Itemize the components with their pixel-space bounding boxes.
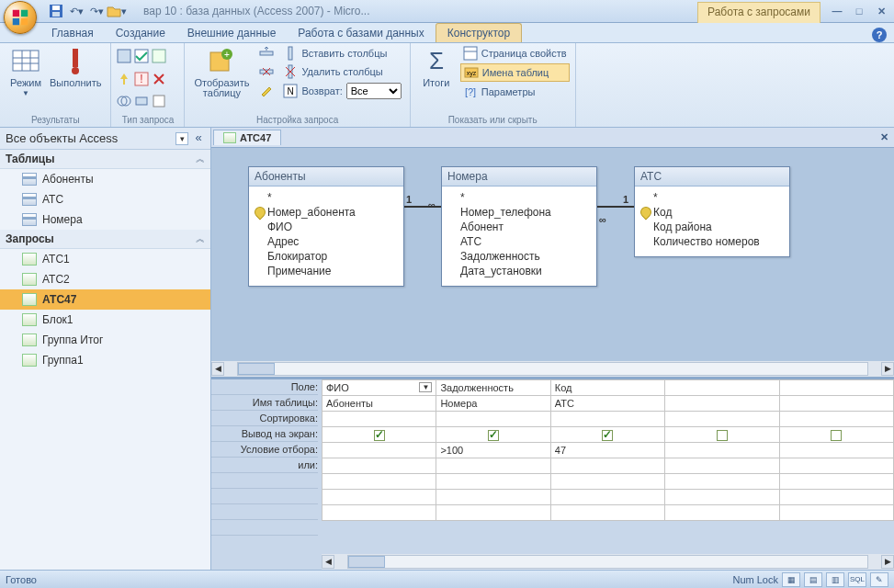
- return-selector[interactable]: NВозврат: Все: [280, 82, 403, 100]
- tab-dbtools[interactable]: Работа с базами данных: [287, 24, 435, 42]
- relationship-label-many: ∞: [428, 199, 436, 210]
- tab-create[interactable]: Создание: [105, 24, 176, 42]
- svg-rect-7: [13, 51, 39, 71]
- svg-text:+: +: [225, 50, 231, 60]
- query-designer-upper[interactable]: Абоненты * Номер_абонента ФИО Адрес Блок…: [211, 148, 894, 377]
- nav-item-query[interactable]: АТС1: [0, 249, 210, 269]
- property-sheet-button[interactable]: Страница свойств: [460, 45, 570, 62]
- grid-hscroll[interactable]: ◀ ▶: [322, 554, 894, 570]
- table-icon: [22, 193, 37, 206]
- query-icon: [22, 334, 37, 346]
- nav-item-query[interactable]: Группа1: [0, 350, 210, 370]
- maketable-icon[interactable]: [152, 49, 166, 63]
- totals-button[interactable]: Σ Итоги: [416, 45, 457, 90]
- nav-item-table[interactable]: АТС: [0, 189, 210, 209]
- insert-columns-button[interactable]: Вставить столбцы: [280, 45, 403, 62]
- show-checkbox[interactable]: [374, 430, 385, 441]
- nav-group-tables[interactable]: Таблицы︽: [0, 150, 210, 169]
- nav-item-query-selected[interactable]: АТС47: [0, 289, 210, 310]
- view-pivotchart-icon[interactable]: ▥: [826, 572, 844, 587]
- open-icon[interactable]: ▾: [108, 3, 125, 19]
- relationship-line[interactable]: [597, 206, 634, 208]
- grid-row-labels: Поле: Имя таблицы: Сортировка: Вывод на …: [211, 379, 322, 570]
- help-icon[interactable]: ?: [872, 28, 887, 42]
- crosstab-icon[interactable]: [134, 49, 149, 63]
- nav-collapse-icon[interactable]: «: [192, 132, 205, 145]
- close-document-icon[interactable]: ✕: [880, 131, 888, 143]
- datadef-icon[interactable]: [152, 94, 166, 108]
- document-tabs: АТС47 ✕: [211, 128, 894, 148]
- view-button[interactable]: Режим▼: [6, 45, 46, 100]
- scroll-right-icon[interactable]: ▶: [881, 362, 894, 376]
- table-names-button[interactable]: xyzИмена таблиц: [460, 63, 570, 82]
- tab-home[interactable]: Главная: [40, 24, 105, 42]
- view-design-icon[interactable]: ✎: [870, 572, 888, 587]
- svg-rect-6: [52, 12, 60, 17]
- designer-hscroll[interactable]: ◀ ▶: [211, 361, 894, 377]
- show-checkbox[interactable]: [831, 430, 842, 441]
- status-bar: Готово Num Lock ▦ ▤ ▥ SQL ✎: [0, 570, 894, 588]
- quick-access-toolbar: ↶▾ ↷▾ ▾: [48, 3, 125, 19]
- insert-rows-button[interactable]: [256, 45, 277, 62]
- close-button[interactable]: ✕: [874, 6, 888, 17]
- view-datasheet-icon[interactable]: ▦: [782, 572, 800, 587]
- nav-item-table[interactable]: Номера: [0, 209, 210, 230]
- office-button[interactable]: [4, 1, 37, 34]
- relationship-label-one: 1: [623, 194, 628, 205]
- nav-item-query[interactable]: Группа Итог: [0, 330, 210, 350]
- nav-item-query[interactable]: АТС2: [0, 269, 210, 289]
- select-query-icon[interactable]: [117, 49, 131, 63]
- delete-icon[interactable]: [152, 72, 166, 86]
- passthrough-icon[interactable]: [134, 94, 149, 108]
- scroll-left-icon[interactable]: ◀: [211, 362, 224, 376]
- scroll-left-icon[interactable]: ◀: [322, 555, 334, 569]
- grid-table[interactable]: ФИО ▼ Задолженность Код Абоненты Номера …: [322, 379, 894, 521]
- run-button[interactable]: Выполнить: [46, 45, 105, 90]
- nav-item-table[interactable]: Абоненты: [0, 169, 210, 189]
- relationship-line[interactable]: [404, 206, 441, 208]
- undo-icon[interactable]: ↶▾: [68, 3, 85, 19]
- builder-button[interactable]: [256, 82, 277, 98]
- table-icon: [22, 213, 37, 226]
- nav-item-query[interactable]: Блок1: [0, 310, 210, 330]
- save-icon[interactable]: [48, 3, 64, 19]
- table-box-nomera[interactable]: Номера * Номер_телефона Абонент АТС Задо…: [441, 166, 597, 287]
- view-sql-icon[interactable]: SQL: [848, 572, 866, 587]
- parameters-button[interactable]: [?]Параметры: [460, 84, 570, 100]
- svg-rect-1: [21, 10, 28, 17]
- table-box-ats[interactable]: АТС * Код Код района Количество номеров: [634, 166, 790, 257]
- svg-text:Σ: Σ: [429, 47, 444, 74]
- table-box-abonenty[interactable]: Абоненты * Номер_абонента ФИО Адрес Блок…: [248, 166, 404, 287]
- append-icon[interactable]: !: [134, 72, 149, 86]
- delete-columns-button[interactable]: Удалить столбцы: [280, 63, 403, 80]
- view-pivottable-icon[interactable]: ▤: [804, 572, 822, 587]
- numlock-indicator: Num Lock: [732, 574, 778, 585]
- dropdown-icon[interactable]: ▼: [419, 382, 432, 392]
- svg-rect-2: [13, 18, 19, 25]
- delete-rows-button[interactable]: [256, 63, 277, 80]
- nav-header[interactable]: Все объекты Access ▾ «: [0, 128, 210, 150]
- redo-icon[interactable]: ↷▾: [88, 3, 105, 19]
- show-checkbox[interactable]: [602, 430, 613, 441]
- show-checkbox[interactable]: [717, 430, 728, 441]
- nav-group-queries[interactable]: Запросы︽: [0, 230, 210, 249]
- grid-cell-field[interactable]: ФИО ▼: [323, 380, 436, 396]
- minimize-button[interactable]: —: [830, 6, 844, 17]
- union-icon[interactable]: [117, 94, 131, 108]
- main-area: Все объекты Access ▾ « Таблицы︽ Абоненты…: [0, 128, 894, 570]
- show-table-button[interactable]: + Отобразить таблицу: [190, 45, 253, 100]
- svg-rect-16: [153, 50, 165, 62]
- svg-rect-5: [52, 6, 60, 10]
- svg-rect-3: [21, 18, 28, 25]
- maximize-button[interactable]: □: [852, 6, 866, 17]
- tab-design[interactable]: Конструктор: [436, 23, 522, 42]
- show-checkbox[interactable]: [488, 430, 499, 441]
- tab-external[interactable]: Внешние данные: [176, 24, 288, 42]
- ribbon-group-showhide: Σ Итоги Страница свойств xyzИмена таблиц…: [411, 43, 576, 127]
- update-icon[interactable]: [117, 72, 131, 86]
- document-tab[interactable]: АТС47: [213, 130, 281, 145]
- svg-rect-0: [13, 10, 19, 17]
- nav-filter-icon[interactable]: ▾: [175, 132, 188, 145]
- svg-rect-26: [260, 51, 273, 55]
- scroll-right-icon[interactable]: ▶: [881, 555, 894, 569]
